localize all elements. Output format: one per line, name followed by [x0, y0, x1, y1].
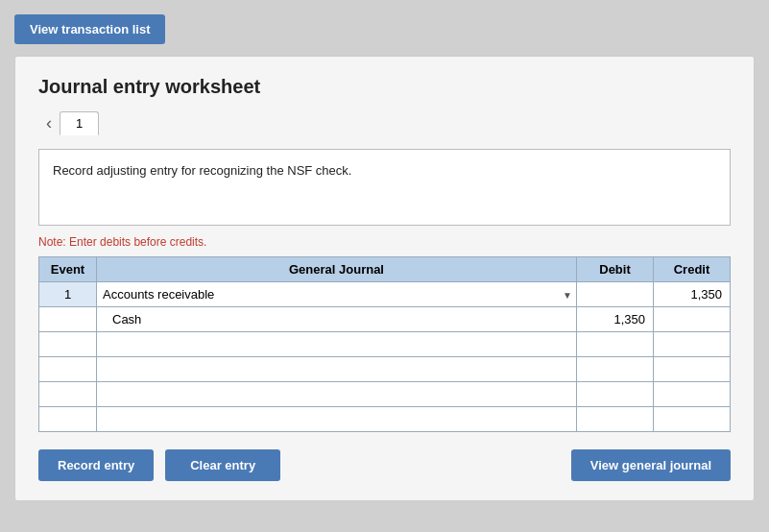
debit-cell[interactable] — [577, 282, 654, 307]
credit-cell[interactable]: 1,350 — [654, 282, 731, 307]
credit-cell[interactable] — [654, 382, 731, 407]
main-card: Journal entry worksheet ‹ 1 Record adjus… — [14, 56, 755, 501]
debit-cell[interactable] — [577, 332, 654, 357]
view-transaction-button[interactable]: View transaction list — [14, 14, 165, 44]
col-credit: Credit — [654, 257, 731, 282]
debit-cell[interactable]: 1,350 — [577, 307, 654, 332]
credit-cell[interactable] — [654, 407, 731, 432]
event-cell — [39, 332, 97, 357]
dropdown-arrow-icon[interactable]: ▼ — [563, 289, 572, 300]
account-cell — [97, 332, 577, 357]
event-cell — [39, 307, 97, 332]
credit-cell[interactable] — [654, 307, 731, 332]
event-cell: 1 — [39, 282, 97, 307]
card-title: Journal entry worksheet — [38, 76, 731, 98]
table-row — [39, 357, 731, 382]
description-box: Record adjusting entry for recognizing t… — [38, 149, 731, 226]
account-cell[interactable]: Accounts receivable▼ — [97, 282, 577, 307]
page-wrapper: View transaction list Journal entry work… — [0, 0, 769, 532]
prev-tab-button[interactable]: ‹ — [38, 113, 60, 133]
clear-entry-button[interactable]: Clear entry — [165, 449, 280, 481]
note-text: Note: Enter debits before credits. — [38, 235, 731, 249]
tab-1[interactable]: 1 — [60, 111, 99, 135]
credit-cell[interactable] — [654, 332, 731, 357]
debit-cell[interactable] — [577, 382, 654, 407]
col-event: Event — [39, 257, 97, 282]
table-row — [39, 332, 731, 357]
record-entry-button[interactable]: Record entry — [38, 449, 154, 481]
debit-cell[interactable] — [577, 357, 654, 382]
event-cell — [39, 407, 97, 432]
description-text: Record adjusting entry for recognizing t… — [53, 163, 351, 178]
journal-table: Event General Journal Debit Credit 1Acco… — [38, 256, 731, 432]
view-general-journal-button[interactable]: View general journal — [571, 449, 731, 481]
account-cell[interactable]: Cash — [97, 307, 577, 332]
col-general-journal: General Journal — [97, 257, 577, 282]
event-cell — [39, 382, 97, 407]
table-row — [39, 407, 731, 432]
tab-navigation: ‹ 1 — [38, 111, 731, 135]
bottom-buttons: Record entry Clear entry View general jo… — [38, 449, 731, 481]
credit-cell[interactable] — [654, 357, 731, 382]
account-cell — [97, 382, 577, 407]
table-row: Cash1,350 — [39, 307, 731, 332]
event-cell — [39, 357, 97, 382]
table-row — [39, 382, 731, 407]
col-debit: Debit — [577, 257, 654, 282]
account-cell — [97, 357, 577, 382]
table-row: 1Accounts receivable▼1,350 — [39, 282, 731, 307]
debit-cell[interactable] — [577, 407, 654, 432]
account-cell — [97, 407, 577, 432]
